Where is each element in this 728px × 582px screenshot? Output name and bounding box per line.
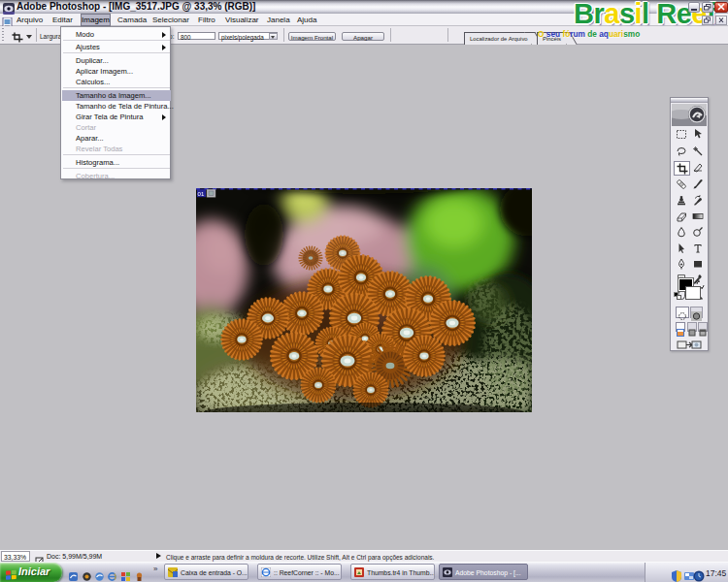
svg-text:01: 01 [198,191,205,197]
